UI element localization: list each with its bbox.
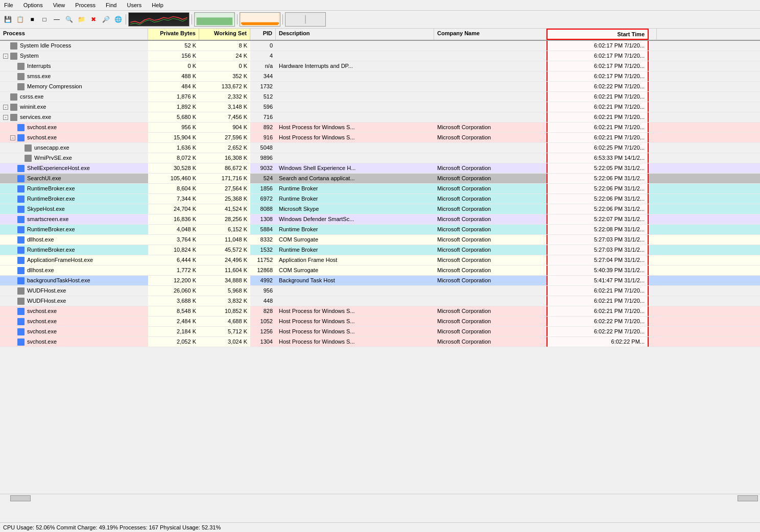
toolbar-save[interactable]: 💾 [2, 14, 13, 25]
horizontal-scrollbar[interactable] [0, 494, 760, 502]
header-pid[interactable]: PID [250, 29, 276, 40]
description-cell [276, 45, 434, 46]
pid-cell: 1308 [250, 214, 276, 224]
table-row[interactable]: -svchost.exe15,904 K27,596 K916Host Proc… [0, 133, 760, 143]
toolbar-find[interactable]: 🔎 [100, 14, 111, 25]
pid-cell: 448 [250, 296, 276, 306]
expand-button[interactable]: - [10, 135, 15, 140]
menu-users[interactable]: Users [125, 1, 144, 9]
table-row[interactable]: svchost.exe2,052 K3,024 K1304Host Proces… [0, 337, 760, 347]
description-cell: Host Process for Windows S... [276, 123, 434, 132]
table-row[interactable]: RuntimeBroker.exe4,048 K6,152 K5884Runti… [0, 225, 760, 235]
menu-view[interactable]: View [51, 1, 67, 9]
toolbar-minus[interactable]: — [51, 14, 62, 25]
process-icon [17, 267, 25, 274]
company-cell: Microsoft Corporation [434, 214, 547, 224]
process-name-label: System Idle Process [20, 41, 71, 50]
pid-cell: 524 [250, 174, 276, 183]
table-row[interactable]: dllhost.exe3,764 K11,048 K8332COM Surrog… [0, 235, 760, 245]
process-name-label: svchost.exe [27, 133, 57, 142]
table-row[interactable]: RuntimeBroker.exe10,824 K45,572 K1532Run… [0, 245, 760, 255]
process-icon [17, 236, 25, 244]
toolbar-open[interactable]: ■ [27, 14, 38, 25]
private-bytes-cell: 15,904 K [148, 133, 199, 142]
process-name-cell: svchost.exe [0, 123, 148, 132]
menu-process[interactable]: Process [73, 1, 98, 9]
table-row[interactable]: svchost.exe2,184 K5,712 K1256Host Proces… [0, 327, 760, 337]
table-row[interactable]: backgroundTaskHost.exe12,200 K34,888 K49… [0, 276, 760, 286]
expand-button[interactable]: - [3, 105, 8, 110]
table-row[interactable]: WUDFHost.exe3,688 K3,832 K4486:02:21 PM … [0, 296, 760, 306]
header-description[interactable]: Description [276, 29, 434, 40]
process-icon [25, 155, 32, 162]
table-row[interactable]: svchost.exe2,484 K4,688 K1052Host Proces… [0, 317, 760, 327]
pid-cell: 828 [250, 306, 276, 316]
table-row[interactable]: Memory Compression484 K133,672 K17326:02… [0, 82, 760, 92]
table-row[interactable]: SearchUI.exe105,460 K171,716 K524Search … [0, 174, 760, 184]
company-cell [434, 56, 547, 57]
working-set-cell: 11,604 K [199, 265, 250, 275]
table-row[interactable]: unsecapp.exe1,636 K2,652 K50486:02:25 PM… [0, 143, 760, 153]
toolbar-square[interactable]: □ [39, 14, 50, 25]
start-time-cell: 6:02:17 PM 7/1/20... [547, 71, 649, 81]
table-row[interactable]: RuntimeBroker.exe8,604 K27,564 K1856Runt… [0, 184, 760, 194]
company-cell: Microsoft Corporation [434, 306, 547, 316]
table-row[interactable]: Interrupts0 K0 Kn/aHardware Interrupts a… [0, 61, 760, 71]
table-row[interactable]: WmiPrvSE.exe8,072 K16,308 K98966:53:33 P… [0, 153, 760, 163]
header-company[interactable]: Company Name [434, 29, 547, 40]
pid-cell: 716 [250, 112, 276, 122]
header-working[interactable]: Working Set [199, 29, 250, 40]
table-row[interactable]: -services.exe5,680 K7,456 K7166:02:21 PM… [0, 112, 760, 123]
expand-button[interactable]: - [3, 54, 8, 59]
working-set-cell: 3,148 K [199, 102, 250, 112]
scrollbar-thumb-h[interactable] [10, 495, 31, 501]
table-row[interactable]: smartscreen.exe16,836 K28,256 K1308Windo… [0, 214, 760, 225]
table-row[interactable]: RuntimeBroker.exe7,344 K25,368 K6972Runt… [0, 194, 760, 204]
working-set-cell: 45,572 K [199, 245, 250, 255]
working-set-cell: 5,968 K [199, 286, 250, 296]
toolbar-x[interactable]: ✖ [88, 14, 99, 25]
process-name-label: svchost.exe [27, 317, 57, 326]
private-bytes-cell: 1,772 K [148, 265, 199, 275]
process-name-cell: SkypeHost.exe [0, 204, 148, 214]
process-name-label: wininit.exe [20, 103, 46, 111]
private-bytes-cell: 6,444 K [148, 255, 199, 265]
table-row[interactable]: dllhost.exe1,772 K11,604 K12868COM Surro… [0, 265, 760, 276]
menu-find[interactable]: Find [104, 1, 118, 9]
process-name-label: SearchUI.exe [27, 174, 61, 183]
table-row[interactable]: smss.exe488 K352 K3446:02:17 PM 7/1/20..… [0, 71, 760, 82]
table-row[interactable]: WUDFHost.exe26,060 K5,968 K9566:02:21 PM… [0, 286, 760, 296]
table-row[interactable]: ShellExperienceHost.exe30,528 K86,672 K9… [0, 163, 760, 174]
menu-file[interactable]: File [2, 1, 15, 9]
description-cell: Host Process for Windows S... [276, 306, 434, 316]
table-row[interactable]: svchost.exe956 K904 K892Host Process for… [0, 123, 760, 133]
private-bytes-cell: 8,072 K [148, 153, 199, 163]
table-row[interactable]: System Idle Process52 K8 K06:02:17 PM 7/… [0, 41, 760, 51]
process-table[interactable]: System Idle Process52 K8 K06:02:17 PM 7/… [0, 41, 760, 494]
toolbar-search[interactable]: 🔍 [63, 14, 75, 25]
header-process[interactable]: Process [0, 29, 148, 40]
table-row[interactable]: svchost.exe8,548 K10,852 K828Host Proces… [0, 306, 760, 317]
menu-options[interactable]: Options [21, 1, 45, 9]
table-row[interactable]: csrss.exe1,876 K2,332 K5126:02:21 PM 7/1… [0, 92, 760, 102]
table-row[interactable]: SkypeHost.exe24,704 K41,524 K8088Microso… [0, 204, 760, 214]
toolbar-globe[interactable]: 🌐 [112, 14, 124, 25]
menu-help[interactable]: Help [150, 1, 165, 9]
toolbar-new[interactable]: 📋 [14, 14, 26, 25]
working-set-cell: 27,564 K [199, 184, 250, 194]
process-icon [17, 287, 25, 295]
expand-button[interactable]: - [3, 115, 8, 120]
pid-cell: 1052 [250, 317, 276, 326]
toolbar-folder[interactable]: 📁 [76, 14, 87, 25]
table-row[interactable]: -wininit.exe1,892 K3,148 K5966:02:21 PM … [0, 102, 760, 112]
process-name-cell: Interrupts [0, 61, 148, 71]
scrollbar-right-thumb[interactable] [738, 495, 758, 501]
table-row[interactable]: ApplicationFrameHost.exe6,444 K24,496 K1… [0, 255, 760, 265]
header-starttime[interactable]: Start Time [547, 29, 649, 40]
working-set-cell: 86,672 K [199, 163, 250, 173]
process-name-label: RuntimeBroker.exe [27, 246, 75, 254]
working-set-cell: 10,852 K [199, 306, 250, 316]
table-row[interactable]: -System156 K24 K46:02:17 PM 7/1/20... [0, 51, 760, 61]
start-time-cell: 5:27:03 PM 31/1/2... [547, 235, 649, 245]
header-private[interactable]: Private Bytes [148, 29, 199, 40]
